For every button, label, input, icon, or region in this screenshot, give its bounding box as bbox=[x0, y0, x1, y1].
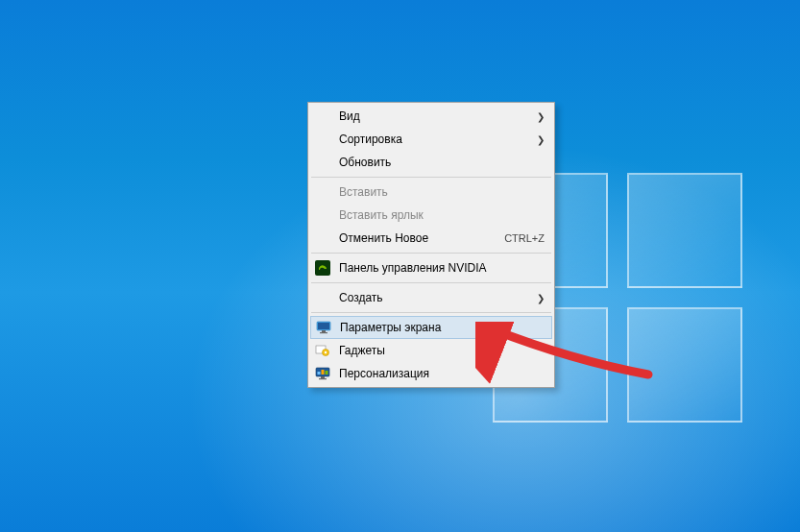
desktop-context-menu: Вид ❯ Сортировка ❯ Обновить Вставить Вст… bbox=[307, 102, 555, 388]
menu-label: Вставить bbox=[339, 185, 545, 199]
menu-separator bbox=[311, 177, 551, 178]
menu-item-refresh[interactable]: Обновить bbox=[310, 151, 552, 174]
menu-item-new[interactable]: Создать ❯ bbox=[310, 286, 552, 309]
svg-rect-10 bbox=[326, 371, 328, 375]
menu-label: Панель управления NVIDIA bbox=[339, 261, 545, 275]
personalize-icon bbox=[314, 365, 331, 382]
svg-rect-2 bbox=[322, 330, 326, 332]
menu-item-nvidia[interactable]: Панель управления NVIDIA bbox=[310, 256, 552, 279]
menu-item-undo[interactable]: Отменить Новое CTRL+Z bbox=[310, 227, 552, 250]
menu-item-display-settings[interactable]: Параметры экрана bbox=[310, 316, 552, 339]
menu-separator bbox=[311, 253, 551, 254]
svg-point-6 bbox=[325, 351, 327, 353]
svg-rect-1 bbox=[318, 323, 329, 329]
menu-label: Вид bbox=[339, 109, 535, 123]
svg-rect-3 bbox=[320, 332, 327, 333]
svg-rect-11 bbox=[321, 376, 325, 378]
menu-label: Вставить ярлык bbox=[339, 208, 545, 222]
chevron-right-icon: ❯ bbox=[535, 134, 545, 145]
chevron-right-icon: ❯ bbox=[535, 111, 545, 122]
menu-item-paste-shortcut: Вставить ярлык bbox=[310, 204, 552, 227]
menu-label: Гаджеты bbox=[339, 344, 545, 357]
blank-icon bbox=[314, 289, 331, 306]
menu-item-personalize[interactable]: Персонализация bbox=[310, 362, 552, 385]
svg-rect-12 bbox=[319, 378, 327, 379]
menu-label: Сортировка bbox=[339, 133, 535, 146]
menu-separator bbox=[311, 282, 551, 283]
menu-label: Создать bbox=[339, 291, 535, 304]
menu-item-gadgets[interactable]: Гаджеты bbox=[310, 339, 552, 362]
monitor-icon bbox=[315, 319, 332, 336]
svg-rect-9 bbox=[322, 370, 325, 375]
menu-label: Обновить bbox=[339, 156, 545, 169]
menu-item-paste: Вставить bbox=[310, 181, 552, 204]
chevron-right-icon: ❯ bbox=[535, 293, 545, 303]
blank-icon bbox=[314, 131, 331, 148]
menu-separator bbox=[311, 312, 551, 313]
svg-rect-8 bbox=[318, 372, 321, 375]
blank-icon bbox=[314, 183, 331, 201]
menu-label: Персонализация bbox=[339, 367, 545, 380]
menu-item-sort[interactable]: Сортировка ❯ bbox=[310, 128, 552, 151]
blank-icon bbox=[314, 206, 331, 224]
nvidia-icon bbox=[314, 259, 331, 277]
menu-label: Отменить Новое bbox=[339, 231, 485, 245]
blank-icon bbox=[314, 230, 331, 247]
gadgets-icon bbox=[314, 342, 331, 359]
blank-icon bbox=[314, 154, 331, 171]
menu-shortcut: CTRL+Z bbox=[504, 232, 545, 244]
menu-item-view[interactable]: Вид ❯ bbox=[310, 105, 552, 128]
menu-label: Параметры экрана bbox=[340, 321, 544, 334]
blank-icon bbox=[314, 108, 331, 125]
